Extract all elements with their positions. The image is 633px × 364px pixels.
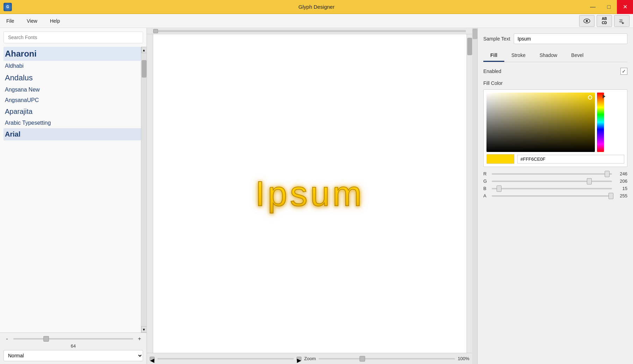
- channel-r-thumb[interactable]: [605, 171, 610, 177]
- tab-fill[interactable]: Fill: [483, 50, 504, 62]
- tab-bevel[interactable]: Bevel: [564, 50, 590, 62]
- color-gradient-picker[interactable]: [486, 93, 595, 152]
- preview-button[interactable]: [579, 15, 595, 27]
- font-list-scrollbar[interactable]: ▲ ▼: [141, 47, 147, 333]
- size-slider[interactable]: [13, 338, 133, 340]
- svg-text:花: 花: [619, 19, 623, 23]
- scroll-thumb[interactable]: [142, 60, 147, 78]
- channel-b-thumb[interactable]: [497, 185, 502, 192]
- right-panel-scroll[interactable]: [472, 28, 478, 364]
- zoom-thumb[interactable]: [360, 356, 365, 362]
- channel-r-row: R 246: [483, 171, 627, 176]
- titlebar: G Glyph Designer — □ ✕: [0, 0, 633, 14]
- right-panel-wrapper: Sample Text Fill Stroke Shadow Bevel Ena…: [472, 28, 633, 364]
- font-item-aldhabi[interactable]: Aldhabi: [3, 61, 141, 71]
- fill-color-label: Fill Color: [483, 80, 627, 86]
- left-panel: Aharoni Aldhabi Andalus Angsana New Angs…: [0, 28, 147, 364]
- canvas-zoom-bar: ◀ ▶ Zoom 100%: [147, 353, 472, 364]
- minimize-button[interactable]: —: [585, 0, 601, 14]
- channel-b-row: B 15: [483, 186, 627, 191]
- size-decrease-button[interactable]: -: [3, 336, 10, 342]
- maximize-button[interactable]: □: [601, 0, 617, 14]
- color-picker-main: [486, 93, 624, 152]
- search-input[interactable]: [3, 31, 143, 43]
- eye-icon: [583, 18, 590, 24]
- menu-help[interactable]: Help: [47, 17, 63, 25]
- enabled-checkbox[interactable]: ✓: [620, 68, 627, 75]
- channel-a-value: 255: [615, 193, 627, 198]
- svg-point-1: [586, 20, 588, 22]
- channel-b-value: 15: [615, 186, 627, 191]
- size-slider-row: - +: [3, 336, 143, 342]
- zoom-slider[interactable]: [319, 358, 455, 359]
- toolbar-right: ABCD 花: [579, 15, 630, 27]
- enabled-label: Enabled: [483, 68, 501, 74]
- canvas-area: Ipsum ◀ ▶ Zoom 100%: [147, 28, 472, 364]
- font-item-aharoni[interactable]: Aharoni: [3, 47, 141, 61]
- font-item-arabic-typesetting[interactable]: Arabic Typesetting: [3, 118, 141, 128]
- font-size-value: 64: [3, 343, 143, 349]
- app-title: Glyph Designer: [298, 4, 334, 10]
- size-slider-thumb[interactable]: [43, 336, 49, 342]
- color-gradient-cursor[interactable]: [588, 95, 592, 100]
- font-item-aparajita[interactable]: Aparajita: [3, 105, 141, 118]
- canvas-content: Ipsum: [153, 34, 467, 353]
- canvas-main: Ipsum: [147, 34, 472, 353]
- channel-g-row: G 206: [483, 179, 627, 184]
- export-button[interactable]: 花: [614, 15, 630, 27]
- effect-tabs: Fill Stroke Shadow Bevel: [483, 50, 627, 62]
- channel-a-label: A: [483, 193, 489, 198]
- tab-stroke[interactable]: Stroke: [504, 50, 532, 62]
- font-item-angsana-new[interactable]: Angsana New: [3, 85, 141, 95]
- canvas-scroll-top[interactable]: [147, 28, 472, 34]
- channel-a-row: A 255: [483, 193, 627, 198]
- tab-shadow[interactable]: Shadow: [533, 50, 564, 62]
- close-button[interactable]: ✕: [617, 0, 633, 14]
- channel-b-label: B: [483, 186, 489, 191]
- font-item-arial[interactable]: Arial: [3, 128, 141, 140]
- enabled-row: Enabled ✓: [483, 68, 627, 75]
- channel-r-value: 246: [615, 171, 627, 176]
- channel-a-slider[interactable]: [492, 195, 612, 197]
- font-list: Aharoni Aldhabi Andalus Angsana New Angs…: [0, 47, 141, 333]
- scroll-left-arrow[interactable]: ◀: [150, 357, 155, 361]
- channel-g-value: 206: [615, 179, 627, 184]
- channel-r-slider[interactable]: [492, 173, 612, 175]
- menubar: File View Help ABCD 花: [0, 14, 633, 28]
- sample-text-row: Sample Text: [483, 34, 627, 44]
- color-swatch[interactable]: [486, 154, 514, 164]
- color-hex-row: [486, 154, 624, 164]
- color-hex-input[interactable]: [517, 155, 624, 163]
- canvas-hscrollbar[interactable]: [157, 358, 294, 359]
- channel-b-slider[interactable]: [492, 188, 612, 189]
- channel-a-thumb[interactable]: [609, 193, 613, 199]
- color-picker: [483, 89, 627, 167]
- menu-view[interactable]: View: [24, 17, 40, 25]
- glyph-view-button[interactable]: ABCD: [597, 15, 612, 27]
- zoom-value: 100%: [458, 356, 469, 361]
- font-list-container: Aharoni Aldhabi Andalus Angsana New Angs…: [0, 47, 147, 333]
- sample-text-label: Sample Text: [483, 36, 510, 42]
- size-increase-button[interactable]: +: [136, 336, 143, 342]
- font-item-angsana-upc[interactable]: AngsanaUPC: [3, 95, 141, 105]
- menu-file[interactable]: File: [3, 17, 17, 25]
- channel-g-thumb[interactable]: [587, 178, 592, 184]
- font-item-andalus[interactable]: Andalus: [3, 71, 141, 85]
- zoom-label: Zoom: [304, 356, 316, 361]
- sample-text-input[interactable]: [514, 34, 627, 44]
- scroll-up-arrow[interactable]: ▲: [141, 47, 147, 53]
- scroll-down-arrow[interactable]: ▼: [141, 326, 147, 333]
- channel-g-label: G: [483, 179, 489, 184]
- right-panel-content: Sample Text Fill Stroke Shadow Bevel Ena…: [478, 28, 633, 364]
- canvas-scroll-left[interactable]: [147, 34, 153, 353]
- channel-g-slider[interactable]: [492, 181, 612, 182]
- font-style-select[interactable]: Normal Bold Italic Bold Italic: [3, 350, 143, 361]
- main-layout: Aharoni Aldhabi Andalus Angsana New Angs…: [0, 28, 633, 364]
- scroll-right-arrow[interactable]: ▶: [297, 357, 301, 361]
- channel-r-label: R: [483, 171, 489, 176]
- font-size-controls: - + 64 Normal Bold Italic Bold Italic: [0, 333, 147, 364]
- color-hue-slider[interactable]: [597, 93, 604, 152]
- titlebar-controls: — □ ✕: [585, 0, 633, 14]
- canvas-scroll-right[interactable]: [467, 34, 472, 353]
- canvas-text-display: Ipsum: [255, 174, 364, 214]
